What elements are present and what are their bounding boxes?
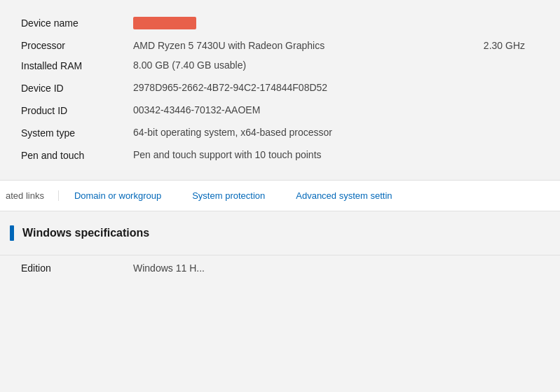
system-type-row: System type 64-bit operating system, x64…	[21, 122, 539, 145]
windows-specs-section: Windows specifications	[0, 211, 560, 255]
processor-row: Processor AMD Ryzen 5 7430U with Radeon …	[21, 36, 539, 55]
product-id-label: Product ID	[21, 104, 133, 116]
ram-value: 8.00 GB (7.40 GB usable)	[133, 59, 539, 71]
product-id-value: 00342-43446-70132-AAOEM	[133, 104, 539, 115]
pen-touch-row: Pen and touch Pen and touch support with…	[21, 145, 539, 167]
system-type-value: 64-bit operating system, x64-based proce…	[133, 127, 539, 138]
edition-label: Edition	[21, 262, 133, 274]
windows-specs-title: Windows specifications	[22, 227, 149, 239]
related-links-section: ated links Domain or workgroup System pr…	[0, 180, 560, 211]
processor-value-container: AMD Ryzen 5 7430U with Radeon Graphics 2…	[133, 40, 539, 51]
ram-row: Installed RAM 8.00 GB (7.40 GB usable)	[21, 55, 539, 78]
specs-section: Device name Processor AMD Ryzen 5 7430U …	[0, 0, 560, 174]
pen-touch-value: Pen and touch support with 10 touch poin…	[133, 149, 539, 160]
device-id-value: 2978D965-2662-4B72-94C2-174844F08D52	[133, 82, 539, 93]
system-type-label: System type	[21, 127, 133, 139]
edition-section: Edition Windows 11 H...	[0, 255, 560, 276]
device-name-value	[133, 17, 539, 31]
system-protection-link[interactable]: System protection	[177, 190, 280, 201]
device-name-row: Device name	[21, 13, 539, 36]
processor-label: Processor	[21, 40, 133, 51]
windows-specs-header: Windows specifications	[10, 225, 539, 241]
windows-specs-icon	[10, 225, 14, 241]
device-id-label: Device ID	[21, 82, 133, 94]
pen-touch-label: Pen and touch	[21, 149, 133, 161]
domain-workgroup-link[interactable]: Domain or workgroup	[59, 190, 177, 201]
ram-label: Installed RAM	[21, 59, 133, 71]
advanced-settings-link[interactable]: Advanced system settin	[280, 190, 407, 201]
processor-name: AMD Ryzen 5 7430U with Radeon Graphics	[133, 40, 325, 51]
edition-row: Edition Windows 11 H...	[21, 260, 539, 276]
main-content: Device name Processor AMD Ryzen 5 7430U …	[0, 0, 560, 392]
product-id-row: Product ID 00342-43446-70132-AAOEM	[21, 100, 539, 122]
redacted-device-name	[133, 17, 196, 29]
device-name-label: Device name	[21, 17, 133, 29]
edition-value: Windows 11 H...	[133, 262, 205, 274]
device-id-row: Device ID 2978D965-2662-4B72-94C2-174844…	[21, 78, 539, 100]
related-links-label: ated links	[0, 190, 59, 201]
processor-speed: 2.30 GHz	[484, 40, 539, 51]
